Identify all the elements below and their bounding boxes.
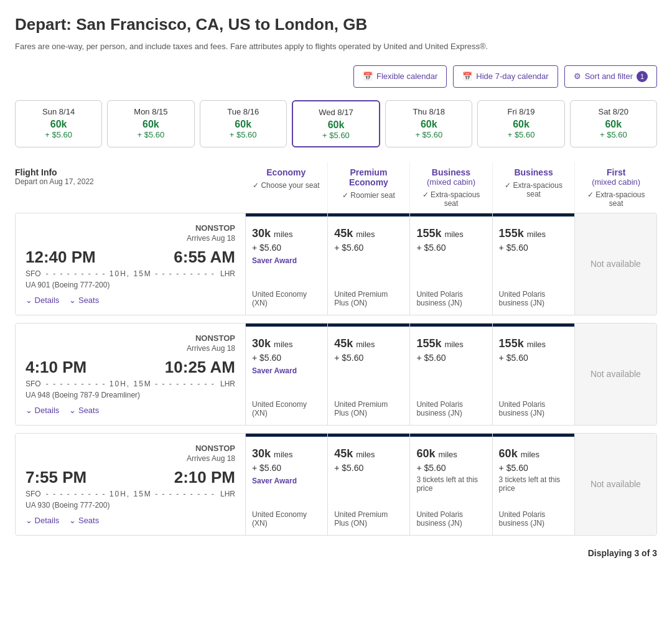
fare-cell-0-1[interactable]: 45k miles+ $5.60United Premium Plus (ON): [328, 213, 410, 315]
calendar-cell-6[interactable]: Sat 8/20 60k + $5.60: [570, 100, 657, 147]
fare-cell-0-0[interactable]: 30k miles+ $5.60Saver AwardUnited Econom…: [246, 213, 328, 315]
fare-cell-0-2[interactable]: 155k miles+ $5.60United Polaris business…: [410, 213, 492, 315]
details-link-0[interactable]: ⌄ Details: [26, 296, 59, 305]
cabin-class-link-3[interactable]: Business: [514, 167, 553, 177]
cabin-class-header-4: First(mixed cabin)✓ Extra-spacious seat: [575, 162, 657, 213]
depart-date-label: Depart on Aug 17, 2022: [15, 177, 245, 186]
calendar-icon: 📅: [363, 72, 373, 81]
flight-info-cell-1: NONSTOP Arrives Aug 18 4:10 PM 10:25 AM …: [16, 324, 246, 425]
flight-info-cell-2: NONSTOP Arrives Aug 18 7:55 PM 2:10 PM S…: [16, 434, 246, 535]
page-title: Depart: San Francisco, CA, US to London,…: [15, 15, 657, 34]
flight-row-1: NONSTOP Arrives Aug 18 4:10 PM 10:25 AM …: [15, 323, 657, 426]
filter-icon: ⚙: [574, 72, 581, 81]
fare-cell-2-0[interactable]: 30k miles+ $5.60Saver AwardUnited Econom…: [246, 434, 328, 535]
sort-filter-label: Sort and filter: [585, 72, 633, 81]
seats-link-2[interactable]: ⌄ Seats: [69, 516, 99, 525]
calendar-cell-2[interactable]: Tue 8/16 60k + $5.60: [200, 100, 287, 147]
depart-time-0: 12:40 PM: [26, 248, 96, 267]
hide-7day-calendar-button[interactable]: 📅 Hide 7-day calendar: [453, 65, 558, 88]
calendar-row: Sun 8/14 60k + $5.60 Mon 8/15 60k + $5.6…: [15, 100, 657, 147]
calendar-cell-3[interactable]: Wed 8/17 60k + $5.60: [292, 100, 380, 147]
arrive-time-2: 2:10 PM: [174, 468, 235, 487]
cabin-class-link-4[interactable]: First: [607, 167, 625, 177]
aircraft-2: UA 930 (Boeing 777-200): [26, 501, 235, 510]
page-subtitle: Fares are one-way, per person, and inclu…: [15, 40, 657, 53]
aircraft-1: UA 948 (Boeing 787-9 Dreamliner): [26, 391, 235, 399]
calendar-cell-5[interactable]: Fri 8/19 60k + $5.60: [477, 100, 564, 147]
flight-info-cell-0: NONSTOP Arrives Aug 18 12:40 PM 6:55 AM …: [16, 213, 246, 315]
hide-7day-label: Hide 7-day calendar: [476, 72, 548, 81]
flexible-calendar-button[interactable]: 📅 Flexible calendar: [353, 65, 447, 88]
displaying-count: Displaying 3 of 3: [15, 548, 657, 558]
fare-cell-2-1[interactable]: 45k miles+ $5.60United Premium Plus (ON): [328, 434, 410, 535]
cabin-class-sub-link-2[interactable]: (mixed cabin): [416, 177, 486, 187]
arrive-time-0: 6:55 AM: [174, 248, 235, 267]
depart-time-2: 7:55 PM: [26, 468, 86, 487]
seats-link-0[interactable]: ⌄ Seats: [69, 296, 99, 305]
cabin-class-link-0[interactable]: Economy: [266, 167, 306, 177]
fare-cell-1-3[interactable]: 155k miles+ $5.60United Polaris business…: [493, 324, 575, 425]
details-link-1[interactable]: ⌄ Details: [26, 406, 59, 415]
arrive-time-1: 10:25 AM: [165, 358, 235, 377]
cabin-class-header-1: Premium Economy✓ Roomier seat: [328, 162, 411, 213]
cabin-class-link-2[interactable]: Business: [432, 167, 470, 177]
fare-cell-2-4: Not available: [575, 434, 656, 535]
fare-cell-2-3[interactable]: 60k miles+ $5.603 tickets left at this p…: [493, 434, 575, 535]
sort-filter-button[interactable]: ⚙ Sort and filter 1: [564, 65, 657, 88]
calendar-cell-4[interactable]: Thu 8/18 60k + $5.60: [385, 100, 472, 147]
flexible-calendar-label: Flexible calendar: [376, 72, 437, 81]
fare-cell-0-4: Not available: [575, 213, 656, 315]
calendar-cell-0[interactable]: Sun 8/14 60k + $5.60: [15, 100, 102, 147]
aircraft-0: UA 901 (Boeing 777-200): [26, 281, 235, 289]
flight-info-header: Flight Info: [15, 167, 245, 177]
fare-cell-1-4: Not available: [575, 324, 656, 425]
fare-cell-2-2[interactable]: 60k miles+ $5.603 tickets left at this p…: [410, 434, 492, 535]
depart-time-1: 4:10 PM: [26, 358, 86, 377]
calendar-cell-1[interactable]: Mon 8/15 60k + $5.60: [107, 100, 194, 147]
toolbar: 📅 Flexible calendar 📅 Hide 7-day calenda…: [15, 65, 657, 88]
filter-badge: 1: [637, 71, 648, 82]
cabin-class-sub-link-4[interactable]: (mixed cabin): [581, 177, 651, 187]
fare-cell-1-0[interactable]: 30k miles+ $5.60Saver AwardUnited Econom…: [246, 324, 328, 425]
cabin-class-header-3: Business✓ Extra-spacious seat: [493, 162, 576, 213]
flight-row-0: NONSTOP Arrives Aug 18 12:40 PM 6:55 AM …: [15, 213, 657, 315]
flight-row-2: NONSTOP Arrives Aug 18 7:55 PM 2:10 PM S…: [15, 433, 657, 536]
fare-cell-0-3[interactable]: 155k miles+ $5.60United Polaris business…: [493, 213, 575, 315]
cabin-class-header-2: Business(mixed cabin)✓ Extra-spacious se…: [410, 162, 493, 213]
seats-link-1[interactable]: ⌄ Seats: [69, 406, 99, 415]
calendar-icon-2: 📅: [462, 72, 472, 81]
fare-cell-1-1[interactable]: 45k miles+ $5.60United Premium Plus (ON): [328, 324, 410, 425]
details-link-2[interactable]: ⌄ Details: [26, 516, 59, 525]
cabin-class-header-0: Economy✓ Choose your seat: [245, 162, 328, 213]
cabin-class-link-1[interactable]: Premium Economy: [349, 167, 388, 187]
fare-cell-1-2[interactable]: 155k miles+ $5.60United Polaris business…: [410, 324, 492, 425]
